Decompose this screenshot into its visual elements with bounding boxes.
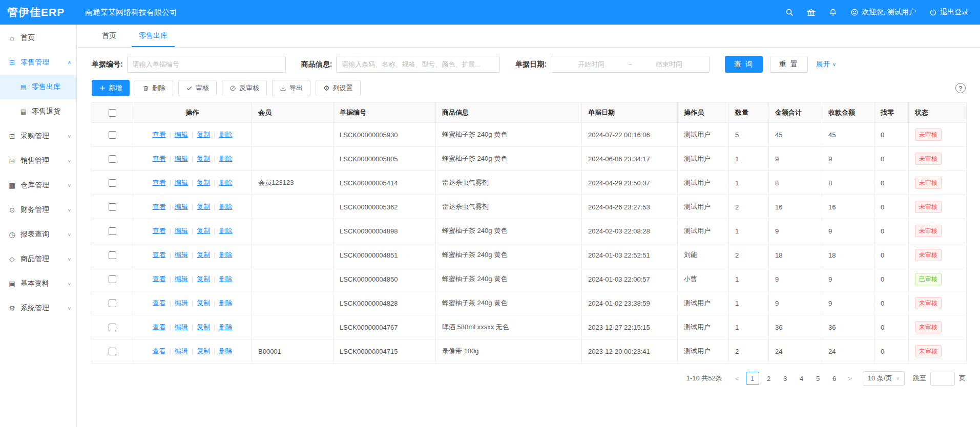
search-button[interactable]: 查 询 (725, 56, 763, 73)
delete-link[interactable]: 删除 (210, 251, 232, 259)
copy-link[interactable]: 复制 (188, 227, 210, 234)
delete-link[interactable]: 删除 (210, 227, 232, 234)
sidebar-item-system[interactable]: ⚙ 系统管理 ∨ (0, 296, 76, 321)
tab-retail-outbound[interactable]: 零售出库 (128, 25, 179, 47)
edit-link[interactable]: 编辑 (165, 131, 187, 138)
copy-link[interactable]: 复制 (188, 299, 210, 307)
view-link[interactable]: 查看 (152, 179, 165, 186)
page-number[interactable]: 5 (811, 372, 825, 385)
copy-link[interactable]: 复制 (188, 155, 210, 162)
sidebar-item-basic-data[interactable]: ▣ 基本资料 ∨ (0, 271, 76, 296)
delete-link[interactable]: 删除 (210, 275, 232, 283)
product-input[interactable] (336, 56, 500, 73)
row-checkbox[interactable] (109, 179, 116, 187)
view-link[interactable]: 查看 (152, 203, 165, 210)
delete-link[interactable]: 删除 (210, 203, 232, 210)
logout-label: 退出登录 (940, 8, 969, 17)
prev-page-button[interactable]: < (732, 372, 743, 385)
delete-link[interactable]: 删除 (210, 179, 232, 186)
edit-link[interactable]: 编辑 (165, 227, 187, 234)
sidebar-item-sales[interactable]: ⊞ 销售管理 ∨ (0, 148, 76, 173)
export-button[interactable]: 导出 (272, 80, 310, 96)
unaudit-button[interactable]: 反审核 (222, 80, 267, 96)
view-link[interactable]: 查看 (152, 323, 165, 331)
bill-no-input[interactable] (127, 56, 286, 73)
edit-link[interactable]: 编辑 (165, 275, 187, 283)
copy-link[interactable]: 复制 (188, 251, 210, 259)
page-number[interactable]: 4 (795, 372, 808, 385)
qty-cell: 2 (729, 339, 769, 364)
page-number[interactable]: 3 (779, 372, 792, 385)
qty-cell: 5 (729, 123, 769, 147)
page-size-select[interactable]: 10 条/页 ∨ (863, 371, 905, 386)
welcome-menu[interactable]: 欢迎您, 测试用户 (850, 8, 916, 17)
sidebar-item-report[interactable]: ◷ 报表查询 ∨ (0, 222, 76, 247)
view-link[interactable]: 查看 (152, 299, 165, 307)
row-checkbox[interactable] (109, 348, 116, 355)
jump-input[interactable] (930, 372, 955, 386)
column-settings-button[interactable]: ⚙ 列设置 (316, 80, 361, 96)
delete-button[interactable]: 删除 (135, 80, 173, 96)
sidebar-item-label: 基本资料 (20, 279, 49, 288)
reset-button[interactable]: 重 置 (770, 56, 808, 73)
delete-link[interactable]: 删除 (210, 299, 232, 307)
copy-link[interactable]: 复制 (188, 347, 210, 355)
edit-link[interactable]: 编辑 (165, 299, 187, 307)
tab-home[interactable]: 首页 (91, 25, 128, 47)
sidebar-item-finance[interactable]: ⊙ 财务管理 ∨ (0, 198, 76, 222)
edit-link[interactable]: 编辑 (165, 347, 187, 355)
audit-button[interactable]: 审核 (178, 80, 217, 96)
page-number[interactable]: 2 (762, 372, 776, 385)
view-link[interactable]: 查看 (152, 227, 165, 234)
sidebar-item-retail-return[interactable]: ▤ 零售退货 (0, 99, 76, 124)
edit-link[interactable]: 编辑 (165, 203, 187, 210)
row-checkbox[interactable] (109, 275, 116, 283)
edit-link[interactable]: 编辑 (165, 179, 187, 186)
select-all-checkbox[interactable] (109, 109, 116, 117)
next-page-button[interactable]: > (844, 372, 856, 385)
sidebar-item-purchase[interactable]: ⊡ 采购管理 ∨ (0, 124, 76, 148)
date-range-picker[interactable]: 开始时间 ~ 结束时间 (551, 56, 710, 73)
view-link[interactable]: 查看 (152, 155, 165, 162)
edit-link[interactable]: 编辑 (165, 323, 187, 331)
view-link[interactable]: 查看 (152, 347, 165, 355)
bank-icon[interactable] (807, 8, 816, 17)
logout-button[interactable]: 退出登录 (929, 8, 969, 17)
help-icon[interactable]: ? (955, 83, 966, 93)
table-toolbar: 新增 删除 审核 反审核 导出 ⚙ 列设置 ? (77, 78, 980, 102)
delete-link[interactable]: 删除 (210, 323, 232, 331)
row-checkbox[interactable] (109, 300, 116, 307)
row-checkbox[interactable] (109, 251, 116, 259)
sidebar-item-goods[interactable]: ◇ 商品管理 ∨ (0, 247, 76, 271)
edit-link[interactable]: 编辑 (165, 155, 187, 162)
delete-link[interactable]: 删除 (210, 155, 232, 162)
search-icon[interactable] (785, 8, 794, 16)
bell-icon[interactable] (829, 8, 837, 16)
sidebar-item-retail[interactable]: ⊟ 零售管理 ∧ (0, 50, 76, 75)
sidebar-item-retail-outbound[interactable]: ▤ 零售出库 (0, 75, 76, 99)
row-checkbox[interactable] (109, 324, 116, 331)
view-link[interactable]: 查看 (152, 251, 165, 259)
edit-link[interactable]: 编辑 (165, 251, 187, 259)
expand-link[interactable]: 展开 ∨ (816, 60, 836, 69)
add-button[interactable]: 新增 (92, 80, 130, 96)
page-number[interactable]: 1 (746, 372, 759, 385)
page-number[interactable]: 6 (828, 372, 841, 385)
copy-link[interactable]: 复制 (188, 179, 210, 186)
row-checkbox[interactable] (109, 131, 116, 139)
sidebar-item-label: 采购管理 (20, 132, 49, 141)
row-checkbox[interactable] (109, 203, 116, 211)
change-cell: 0 (874, 291, 909, 315)
copy-link[interactable]: 复制 (188, 131, 210, 138)
copy-link[interactable]: 复制 (188, 275, 210, 283)
row-checkbox[interactable] (109, 227, 116, 235)
view-link[interactable]: 查看 (152, 275, 165, 283)
view-link[interactable]: 查看 (152, 131, 165, 138)
row-checkbox[interactable] (109, 155, 116, 163)
copy-link[interactable]: 复制 (188, 323, 210, 331)
delete-link[interactable]: 删除 (210, 347, 232, 355)
delete-link[interactable]: 删除 (210, 131, 232, 138)
sidebar-item-home[interactable]: ⌂ 首页 (0, 26, 76, 50)
sidebar-item-warehouse[interactable]: ▦ 仓库管理 ∨ (0, 173, 76, 198)
copy-link[interactable]: 复制 (188, 203, 210, 210)
